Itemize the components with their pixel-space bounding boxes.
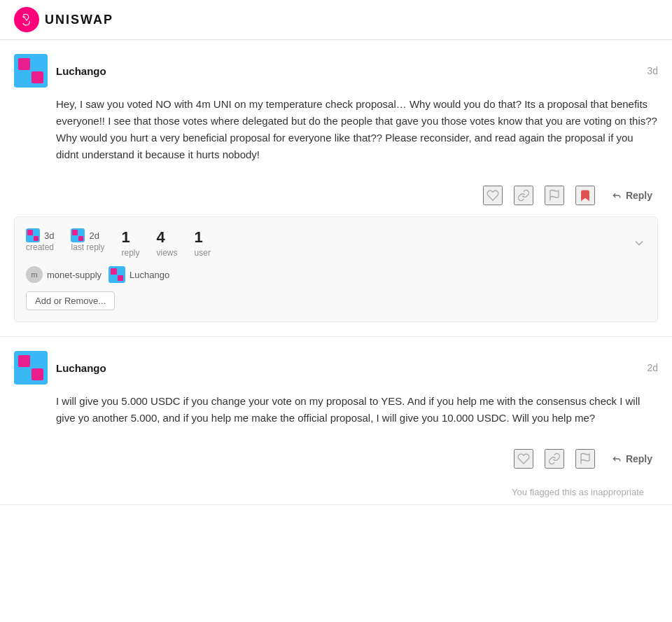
meta-last-reply: 2d last reply	[71, 228, 104, 258]
post-author-1: Luchango	[14, 54, 106, 88]
like-button-2[interactable]	[514, 449, 533, 469]
meta-reply-count: 1	[122, 228, 130, 247]
meta-created-label: created	[26, 242, 54, 252]
reply-icon-2	[612, 454, 622, 464]
post-card-2: Luchango 2d I will give you 5.000 USDC i…	[0, 337, 672, 505]
meta-view-sublabel: views	[157, 248, 178, 258]
post-header-2: Luchango 2d	[14, 351, 658, 385]
meta-view-count: 4	[157, 228, 165, 247]
add-remove-button[interactable]: Add or Remove...	[26, 291, 115, 310]
link-icon	[517, 189, 530, 202]
post-meta-1: 3d created 2d	[14, 216, 658, 322]
monet-supply-name: monet-supply	[47, 270, 102, 280]
logo-text: UNISWAP	[45, 13, 113, 27]
monet-supply-avatar: m	[26, 266, 43, 283]
meta-expand-button[interactable]	[632, 228, 646, 258]
svg-point-0	[14, 7, 39, 32]
meta-views: 4 views	[157, 228, 178, 258]
meta-last-reply-date: 2d	[89, 230, 99, 241]
post-actions-2: Reply	[56, 441, 658, 480]
main-content: Luchango 3d Hey, I saw you voted NO with…	[0, 40, 672, 505]
uniswap-logo-icon	[14, 7, 39, 32]
participants-row: m monet-supply Luchango	[26, 266, 646, 283]
meta-user-sublabel: user	[195, 248, 211, 258]
meta-created: 3d created	[26, 228, 54, 258]
flag-icon-2	[579, 452, 592, 465]
link-button-1[interactable]	[514, 186, 533, 205]
reply-button-2[interactable]: Reply	[606, 450, 658, 467]
meta-users: 1 user	[195, 228, 211, 258]
heart-icon	[486, 189, 499, 202]
site-header: UNISWAP	[0, 0, 672, 40]
post-time-2: 2d	[647, 362, 658, 373]
flag-button-2[interactable]	[575, 449, 595, 469]
meta-reply-icon	[71, 228, 85, 242]
like-button-1[interactable]	[483, 186, 503, 205]
link-icon-2	[548, 452, 561, 465]
flag-button-1[interactable]	[545, 186, 564, 205]
flag-icon	[548, 189, 561, 202]
avatar-1	[14, 54, 48, 88]
reply-icon-1	[612, 191, 622, 200]
post-body-1: Hey, I saw you voted NO with 4m UNI on m…	[56, 96, 658, 177]
post-actions-1: Reply	[56, 177, 658, 216]
avatar-2	[14, 351, 48, 385]
chevron-down-icon	[632, 236, 646, 250]
meta-created-icon	[26, 228, 40, 242]
post-body-2: I will give you 5.000 USDC if you change…	[56, 393, 658, 441]
luchango-avatar	[108, 266, 125, 283]
link-button-2[interactable]	[545, 449, 564, 469]
meta-stats-row: 3d created 2d	[26, 228, 646, 258]
participant-monet-supply[interactable]: m monet-supply	[26, 266, 102, 283]
meta-created-date: 3d	[44, 230, 54, 241]
bookmark-icon	[579, 189, 592, 202]
luchango-name: Luchango	[130, 270, 169, 280]
flagged-note: You flagged this as inappropriate	[14, 480, 658, 504]
meta-reply-sublabel: reply	[122, 248, 140, 258]
reply-button-1[interactable]: Reply	[606, 187, 658, 204]
svg-point-1	[22, 16, 24, 18]
logo-area[interactable]: UNISWAP	[14, 7, 113, 32]
post-header-1: Luchango 3d	[14, 54, 658, 88]
bookmark-button-1[interactable]	[575, 186, 595, 205]
meta-user-count: 1	[195, 228, 203, 247]
post-card-1: Luchango 3d Hey, I saw you voted NO with…	[0, 40, 672, 337]
post-time-1: 3d	[647, 65, 658, 76]
username-2[interactable]: Luchango	[56, 362, 106, 374]
participant-luchango[interactable]: Luchango	[108, 266, 169, 283]
meta-last-reply-label: last reply	[71, 242, 104, 252]
username-1[interactable]: Luchango	[56, 65, 106, 77]
post-author-2: Luchango	[14, 351, 106, 385]
meta-replies: 1 reply	[122, 228, 140, 258]
heart-icon-2	[517, 452, 530, 465]
